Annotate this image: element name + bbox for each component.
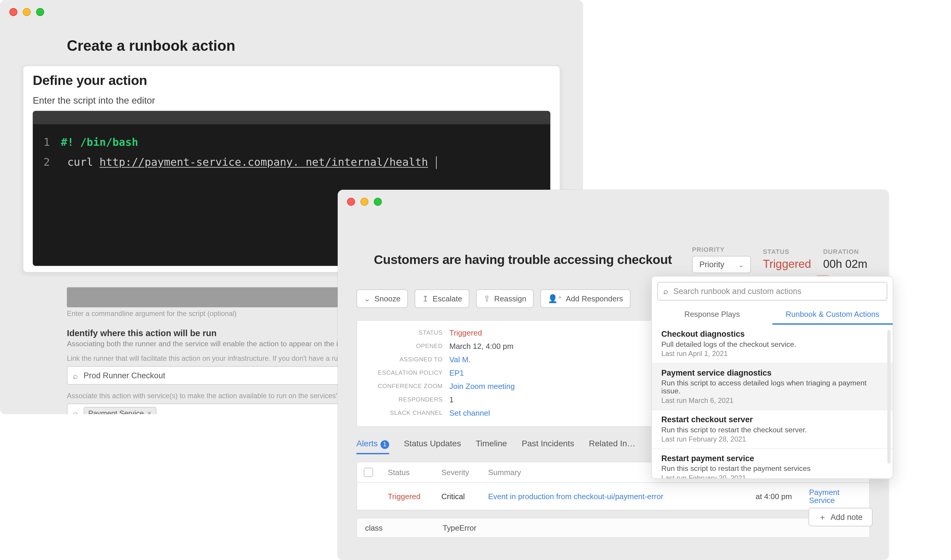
status-value: Triggered <box>763 258 811 271</box>
priority-select[interactable]: Priority ⌄ <box>692 256 751 274</box>
run-actions-panel: ⌕ Search runbook and custom actions Resp… <box>651 276 894 479</box>
editor-toolbar <box>33 111 550 125</box>
maximize-icon[interactable] <box>36 8 44 16</box>
reassign-button[interactable]: ⇪Reassign <box>476 289 533 308</box>
search-icon: ⌕ <box>663 286 668 296</box>
alerts-count-badge: 1 <box>380 440 389 449</box>
search-icon: ⌕ <box>73 371 78 381</box>
escalate-button[interactable]: ↥Escalate <box>415 289 469 308</box>
select-all-checkbox[interactable] <box>364 468 373 477</box>
add-note-button[interactable]: ＋ Add note <box>808 508 872 526</box>
duration-value: 00h 02m <box>823 258 870 271</box>
list-item[interactable]: Restart payment service Run this script … <box>652 449 893 478</box>
maximize-icon[interactable] <box>374 198 382 206</box>
row-service-link[interactable]: Payment Service <box>809 488 863 505</box>
remove-chip-icon[interactable]: × <box>147 409 151 414</box>
row-severity: Critical <box>442 492 488 500</box>
close-icon[interactable] <box>347 198 355 206</box>
duration-col: DURATION 00h 02m <box>823 248 870 271</box>
minimize-icon[interactable] <box>360 198 369 206</box>
incident-header: Customers are having trouble accessing c… <box>338 214 889 281</box>
panel-tabs: Response Plays Runbook & Custom Actions <box>652 306 893 325</box>
panel-list: Checkout diagnostics Pull detailed logs … <box>652 325 893 478</box>
window-incident: Customers are having trouble accessing c… <box>338 190 889 560</box>
service-chip[interactable]: Payment Service × <box>83 407 156 414</box>
class-row: class TypeError <box>356 518 870 538</box>
plus-icon: ＋ <box>818 511 826 523</box>
row-summary-link[interactable]: Event in production from checkout-ui/pay… <box>488 492 756 500</box>
tab-runbook-actions[interactable]: Runbook & Custom Actions <box>772 306 893 325</box>
tab-response-plays[interactable]: Response Plays <box>652 306 772 325</box>
tab-related-incidents[interactable]: Related In… <box>589 435 635 454</box>
list-item[interactable]: Checkout diagnostics Pull detailed logs … <box>652 325 893 364</box>
priority-col: PRIORITY Priority ⌄ <box>692 246 751 273</box>
editor-prompt: Enter the script into the editor <box>33 95 550 106</box>
table-row[interactable]: Triggered Critical Event in production f… <box>357 483 869 511</box>
tab-alerts[interactable]: Alerts1 <box>356 435 389 454</box>
reassign-icon: ⇪ <box>483 294 490 303</box>
runner-value: Prod Runner Checkout <box>83 371 165 380</box>
search-icon: ⌕ <box>73 408 78 414</box>
chevron-down-icon: ⌄ <box>738 261 744 268</box>
titlebar <box>0 0 583 24</box>
incident-title: Customers are having trouble accessing c… <box>356 252 680 267</box>
status-col: STATUS Triggered <box>763 248 811 271</box>
caret-icon <box>436 157 436 169</box>
arrow-up-icon: ↥ <box>422 294 429 303</box>
row-status: Triggered <box>388 492 442 500</box>
snooze-button[interactable]: ⌄Snooze <box>356 289 408 308</box>
titlebar <box>338 190 889 214</box>
code-line-1: #! /bin/bash <box>61 136 138 148</box>
add-user-icon: 👤⁺ <box>548 294 562 303</box>
tab-status-updates[interactable]: Status Updates <box>404 435 461 454</box>
add-responders-button[interactable]: 👤⁺Add Responders <box>540 289 630 308</box>
minimize-icon[interactable] <box>23 8 31 16</box>
panel-search-input[interactable]: ⌕ Search runbook and custom actions <box>658 282 888 301</box>
chevron-down-icon: ⌄ <box>364 294 371 303</box>
list-item[interactable]: Restart checkout server Run this script … <box>652 410 893 449</box>
tab-past-incidents[interactable]: Past Incidents <box>522 435 574 454</box>
tab-timeline[interactable]: Timeline <box>476 435 507 454</box>
list-item[interactable]: Payment service diagnostics Run this scr… <box>652 363 893 410</box>
card-title: Define your action <box>33 73 550 88</box>
row-time: at 4:00 pm <box>756 492 809 500</box>
close-icon[interactable] <box>9 8 17 16</box>
page-title: Create a runbook action <box>67 37 516 55</box>
code-line-2: curl http://payment-service.company. net… <box>67 156 434 169</box>
scrollbar[interactable] <box>888 330 891 464</box>
